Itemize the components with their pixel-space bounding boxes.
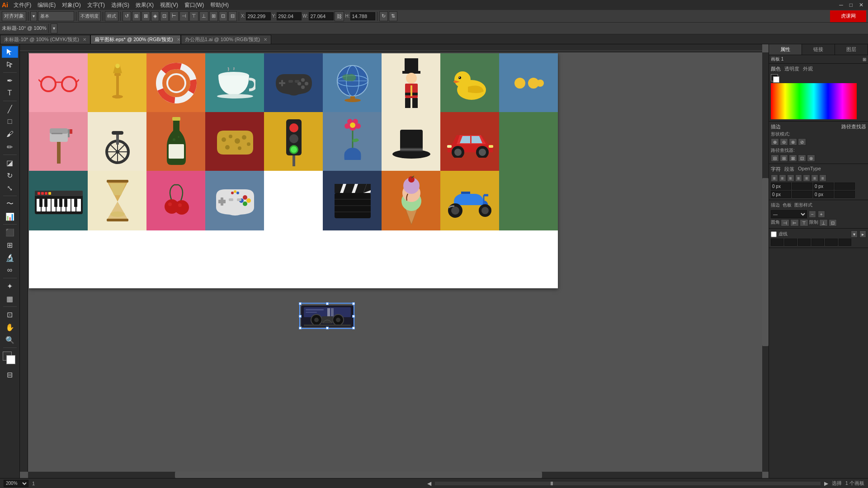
dash-3[interactable] [825,239,838,246]
warp-tool[interactable]: 〜 [2,198,18,210]
stroke-swatch[interactable] [771,74,778,81]
weight-minus[interactable]: − [809,211,816,218]
h-input[interactable] [350,12,375,20]
next-page-btn[interactable]: ▶ [824,480,828,487]
spacing-bottom[interactable] [813,183,834,190]
stroke-weight-select[interactable]: — [771,210,807,218]
artboard-tool[interactable]: ⊡ [2,309,18,320]
color-gradient-area[interactable] [771,83,866,119]
misc-btn3[interactable]: ◈ [151,11,159,21]
shape-mode-3[interactable]: ⊗ [789,138,797,145]
right-tab-links[interactable]: 链接 [802,44,835,55]
scale-tool[interactable]: ⤡ [2,182,18,194]
window-close[interactable]: ✕ [856,1,866,9]
misc-btn9[interactable]: ⊞ [209,11,218,21]
training-logo[interactable]: 虎课网 [830,10,866,22]
vertical-scrollbar[interactable] [762,52,769,472]
limit-1[interactable]: ⊥ [819,219,828,226]
misc-btn4[interactable]: ⊡ [160,11,169,21]
pathop-5[interactable]: ⊛ [807,155,815,162]
handle-br[interactable] [352,327,355,329]
reflect-btn[interactable]: ⇅ [389,11,397,21]
handle-ml[interactable] [299,315,302,318]
rotate-tool[interactable]: ↻ [2,169,18,181]
menu-type[interactable]: 文字(T) [85,0,108,10]
eraser-tool[interactable]: ◪ [2,157,18,169]
gradient-tool[interactable]: ⬛ [2,226,18,238]
handle-bc[interactable] [326,327,329,329]
direct-selection-tool[interactable] [2,59,18,70]
spacing2-bottom[interactable] [813,191,834,198]
ot-label[interactable]: OpenType [798,166,821,173]
spacing2-right[interactable] [792,191,812,198]
para-label[interactable]: 段落 [784,166,794,173]
cap-3[interactable]: ⊤ [800,219,808,226]
align-justify[interactable]: ≡ [795,174,802,182]
align-right[interactable]: ≡ [787,174,794,182]
symbol-tool[interactable]: ✦ [2,280,18,292]
reset-btn[interactable]: ↺ [123,11,131,21]
handle-tl[interactable] [299,302,302,305]
view-options-btn[interactable]: ▾ [51,23,57,33]
handle-tr[interactable] [352,302,355,305]
dash-options-btn[interactable]: ▾ [851,230,858,238]
zoom-tool[interactable]: 🔍 [2,334,18,346]
selected-object-container[interactable] [299,303,354,329]
shape-mode-4[interactable]: ⊘ [798,138,806,145]
scroll-thumb-v[interactable] [762,178,769,346]
align-button[interactable]: 对齐对象 [2,11,26,21]
dash-2[interactable] [798,239,811,246]
right-tab-properties[interactable]: 属性 [769,44,802,55]
menu-window[interactable]: 窗口(W) [182,0,207,10]
dash-apply-btn[interactable]: ▸ [859,230,866,238]
w-input[interactable] [309,12,334,20]
spacing-top[interactable] [771,183,791,190]
misc-btn6[interactable]: ⊣ [179,11,189,21]
selection-tool[interactable] [2,46,18,58]
gap-3[interactable] [839,239,851,246]
misc-btn10[interactable]: ⊡ [219,11,227,21]
layer-expand[interactable]: ⊞ [863,57,866,62]
shape-mode-2[interactable]: ⊖ [780,138,788,145]
rotate-btn[interactable]: ↻ [379,11,388,21]
limit-2[interactable]: ⊡ [829,219,837,226]
pathop-2[interactable]: ⊞ [780,155,788,162]
eyedropper-tool[interactable]: 🔬 [2,252,18,263]
graph-tool[interactable]: 📊 [2,211,18,222]
progress-bar[interactable] [435,482,820,485]
menu-select[interactable]: 选择(S) [108,0,132,10]
misc-btn1[interactable]: ⊞ [132,11,141,21]
tab-1-close[interactable]: ✕ [177,37,180,42]
spacing2-left[interactable] [835,191,855,198]
tab-2-close[interactable]: ✕ [264,37,267,42]
shape-mode-1[interactable]: ⊕ [771,138,779,145]
tab-0-close[interactable]: ✕ [83,37,86,42]
rect-tool[interactable]: □ [2,116,18,127]
pathop-1[interactable]: ⊟ [771,155,779,162]
y-input[interactable] [277,12,302,20]
menu-file[interactable]: 文件(F) [11,0,34,10]
menu-help[interactable]: 帮助(H) [208,0,231,10]
align-justify3[interactable]: ≡ [811,174,818,182]
misc-btn8[interactable]: ⊥ [199,11,208,21]
x-input[interactable] [246,12,271,20]
line-tool[interactable]: ╱ [2,103,18,115]
spacing-left[interactable] [835,183,855,190]
opacity-btn[interactable]: 不透明度 [78,11,101,21]
misc-btn11[interactable]: ⊟ [228,11,237,21]
right-tab-layers[interactable]: 图层 [835,44,868,55]
cap-2[interactable]: ⊢ [790,219,799,226]
menu-effect[interactable]: 效果(X) [133,0,156,10]
align-justify4[interactable]: ≡ [819,174,826,182]
handle-tc[interactable] [326,302,329,305]
misc-btn2[interactable]: ⊠ [142,11,150,21]
prev-page-btn[interactable]: ◀ [427,480,431,487]
dash-1[interactable] [771,239,783,246]
paintbrush-tool[interactable]: 🖌 [2,128,18,140]
column-graph-tool[interactable]: ▦ [2,293,18,305]
pathop-4[interactable]: ⊡ [798,155,806,162]
cap-1[interactable]: ⊣ [781,219,789,226]
tab-1[interactable]: 扁平图标.eps* @ 200% (RGB/预览) ✕ [90,35,181,44]
stroke-mode-btn[interactable]: 基本 [38,11,74,21]
menu-object[interactable]: 对象(O) [59,0,83,10]
